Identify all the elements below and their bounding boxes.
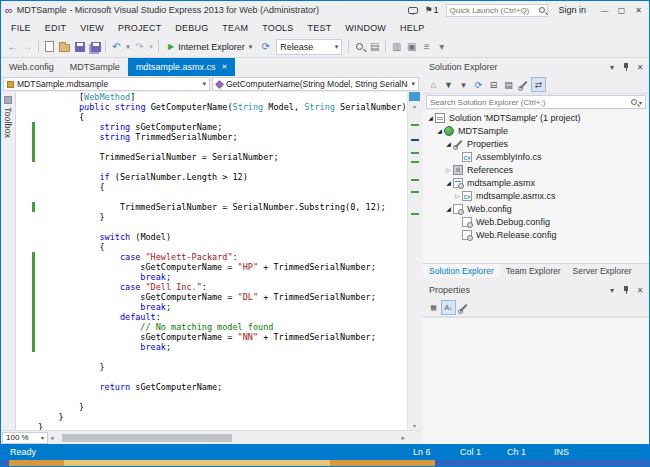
options-overflow-icon[interactable]: ▾ — [434, 38, 449, 56]
refresh-icon[interactable]: ⟳ — [471, 77, 486, 92]
chevron-down-icon[interactable]: ▾ — [202, 80, 206, 88]
expander-expanded-icon[interactable]: ◢ — [426, 114, 435, 121]
close-button[interactable]: ✕ — [630, 3, 647, 17]
code-line[interactable] — [16, 392, 407, 402]
expander-expanded-icon[interactable]: ◢ — [444, 140, 453, 147]
close-icon[interactable]: ✕ — [633, 283, 647, 297]
filter-dropdown-icon[interactable]: ▾ — [456, 77, 471, 92]
tool-tab-team-explorer[interactable]: Team Explorer — [500, 264, 567, 278]
minimize-button[interactable]: — — [596, 3, 613, 17]
chevron-down-icon[interactable]: ▾ — [249, 43, 253, 51]
code-line[interactable]: break; — [16, 342, 407, 352]
code-line[interactable]: case "Dell Inc.": — [16, 282, 407, 292]
pin-icon[interactable] — [619, 283, 633, 297]
sync-with-active-document-icon[interactable]: ⇄ — [531, 77, 546, 92]
code-line[interactable]: case "Hewlett-Packard": — [16, 252, 407, 262]
close-icon[interactable]: ✕ — [221, 63, 227, 71]
tab-mdtsample[interactable]: MDTSample — [62, 58, 128, 76]
increase-indent-icon[interactable]: ▣ — [404, 38, 419, 56]
code-line[interactable] — [16, 142, 407, 152]
chevron-down-icon[interactable]: ▾ — [411, 80, 415, 88]
code-line[interactable] — [16, 352, 407, 362]
code-line[interactable]: { — [16, 182, 407, 192]
menu-file[interactable]: FILE — [4, 23, 38, 33]
scroll-left-icon[interactable]: ◂ — [50, 434, 54, 442]
code-line[interactable]: string TrimmedSerialNumber; — [16, 132, 407, 142]
show-all-files-icon[interactable]: ▤ — [501, 77, 516, 92]
code-line[interactable]: { — [16, 242, 407, 252]
filter-icon[interactable]: ▼ — [441, 77, 456, 92]
undo-icon[interactable]: ↶ — [109, 38, 124, 56]
open-file-icon[interactable] — [57, 38, 72, 56]
window-position-icon[interactable]: ▾ — [605, 60, 619, 74]
navigate-backward-icon[interactable]: ← — [5, 38, 20, 56]
menu-tools[interactable]: TOOLS — [255, 23, 300, 33]
properties-title-bar[interactable]: Properties ▾✕ — [423, 281, 649, 299]
code-line[interactable]: sGetComputerName = "NN" + TrimmedSerialN… — [16, 332, 407, 342]
code-line[interactable]: { — [16, 112, 407, 122]
tool-tab-server-explorer[interactable]: Server Explorer — [567, 264, 638, 278]
split-handle[interactable] — [409, 92, 420, 101]
vertical-scrollbar[interactable]: ▴ ▾ — [407, 92, 421, 430]
code-line[interactable]: [WebMethod] — [16, 92, 407, 102]
code-line[interactable]: TrimmedSerialNumber = SerialNumber; — [16, 152, 407, 162]
tree-item-properties[interactable]: ◢Properties — [423, 137, 649, 150]
code-line[interactable]: TrimmedSerialNumber = SerialNumber.Subst… — [16, 202, 407, 212]
chevron-down-icon[interactable]: ▾ — [639, 99, 642, 106]
home-icon[interactable]: ⌂ — [426, 77, 441, 92]
code-line[interactable]: default: — [16, 312, 407, 322]
chevron-down-icon[interactable]: ▾ — [335, 43, 339, 51]
start-debug-button[interactable]: ▶Internet Explorer▾ — [164, 38, 256, 56]
code-line[interactable]: } — [16, 212, 407, 222]
quick-launch-input[interactable] — [449, 6, 539, 15]
search-input[interactable] — [430, 98, 631, 107]
code-line[interactable]: } — [16, 422, 407, 430]
tree-item-references[interactable]: ▷References — [423, 163, 649, 176]
code-line[interactable]: // No matching model found — [16, 322, 407, 332]
menu-edit[interactable]: EDIT — [38, 23, 73, 33]
tree-item-mdtsample-asmx[interactable]: ◢mdtsample.asmx — [423, 176, 649, 189]
redo-icon[interactable]: ↷ — [132, 38, 147, 56]
sign-in-link[interactable]: Sign in — [558, 5, 586, 15]
solution-configurations-combo[interactable]: Release▾ — [276, 39, 342, 55]
tree-item-solution-mdtsample-1-project[interactable]: ◢Solution 'MDTSample' (1 project) — [423, 111, 649, 124]
menu-debug[interactable]: DEBUG — [168, 23, 215, 33]
save-all-icon[interactable] — [87, 38, 102, 56]
feedback-icon[interactable] — [408, 7, 418, 14]
code-line[interactable]: return sGetComputerName; — [16, 382, 407, 392]
expander-expanded-icon[interactable]: ◢ — [444, 205, 453, 212]
code-line[interactable]: sGetComputerName = "HP" + TrimmedSerialN… — [16, 262, 407, 272]
tool-tab-solution-explorer[interactable]: Solution Explorer — [423, 264, 500, 278]
tree-item-web-debug-config[interactable]: Web.Debug.config — [423, 215, 649, 228]
code-line[interactable] — [16, 222, 407, 232]
property-pages-icon[interactable] — [456, 300, 471, 315]
alphabetical-icon[interactable]: A↓ — [441, 300, 456, 315]
code-line[interactable]: break; — [16, 272, 407, 282]
menu-help[interactable]: HELP — [393, 23, 431, 33]
menu-test[interactable]: TEST — [301, 23, 339, 33]
scroll-right-icon[interactable]: ▸ — [401, 434, 405, 442]
menu-view[interactable]: VIEW — [73, 23, 111, 33]
expander-collapsed-icon[interactable]: ▷ — [444, 166, 453, 173]
code-line[interactable]: public string GetComputerName(String Mod… — [16, 102, 407, 112]
properties-icon[interactable] — [516, 77, 531, 92]
categorized-icon[interactable]: ▦ — [426, 300, 441, 315]
code-line[interactable] — [16, 162, 407, 172]
maximize-button[interactable]: ▢ — [613, 3, 630, 17]
code-line[interactable]: } — [16, 402, 407, 412]
search-box[interactable]: ▾ — [426, 95, 646, 109]
horizontal-scroll-thumb[interactable] — [62, 434, 232, 442]
tree-item-assemblyinfo-cs[interactable]: AssemblyInfo.cs — [423, 150, 649, 163]
new-file-icon[interactable] — [42, 38, 57, 56]
menu-window[interactable]: WINDOW — [338, 23, 393, 33]
tab-web-config[interactable]: Web.config — [1, 58, 62, 76]
code-line[interactable]: if (SerialNumber.Length > 12) — [16, 172, 407, 182]
collapse-all-icon[interactable]: ⊟ — [486, 77, 501, 92]
horizontal-scrollbar[interactable]: ◂ ▸ — [48, 431, 421, 445]
type-dropdown[interactable]: MDTSample.mdtsample ▾ — [3, 77, 210, 91]
redo-dropdown-icon[interactable]: ▾ — [147, 38, 155, 56]
tree-item-mdtsample[interactable]: ◢MDTSample — [423, 124, 649, 137]
find-in-files-icon[interactable] — [352, 38, 367, 56]
expander-expanded-icon[interactable]: ◢ — [435, 127, 444, 134]
tree-item-mdtsample-asmx-cs[interactable]: ▷mdtsample.asmx.cs — [423, 189, 649, 202]
